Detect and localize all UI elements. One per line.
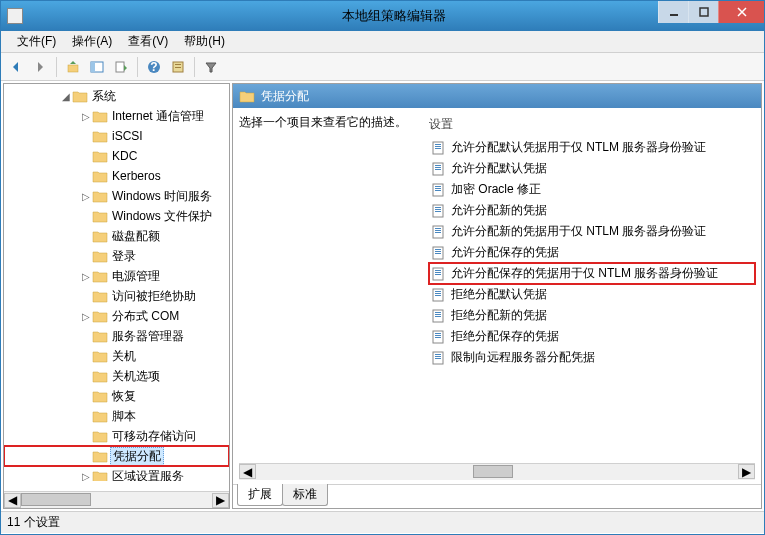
svg-rect-49 (435, 335, 441, 336)
setting-item[interactable]: 允许分配新的凭据用于仅 NTLM 服务器身份验证 (429, 221, 755, 242)
scroll-track[interactable] (256, 464, 738, 480)
setting-item[interactable]: 允许分配默认凭据 (429, 158, 755, 179)
toolbar: ? (1, 53, 764, 81)
expand-icon[interactable]: ▷ (80, 271, 92, 282)
setting-item[interactable]: 允许分配新的凭据 (429, 200, 755, 221)
folder-icon (92, 289, 108, 303)
folder-icon (239, 89, 255, 103)
setting-item[interactable]: 限制向远程服务器分配凭据 (429, 347, 755, 368)
close-button[interactable] (718, 1, 764, 23)
export-list-button[interactable] (110, 56, 132, 78)
tree-item[interactable]: 恢复 (4, 386, 229, 406)
tree-item[interactable]: Windows 文件保护 (4, 206, 229, 226)
scroll-thumb[interactable] (21, 493, 91, 506)
folder-icon (72, 89, 88, 103)
expand-icon[interactable]: ▷ (80, 471, 92, 482)
svg-rect-52 (435, 354, 441, 355)
tree-item-label: 凭据分配 (110, 447, 164, 466)
collapse-icon[interactable]: ◢ (60, 91, 72, 102)
menu-file[interactable]: 文件(F) (9, 31, 64, 52)
setting-label: 拒绝分配新的凭据 (451, 307, 547, 324)
scroll-right-icon[interactable]: ▶ (738, 464, 755, 479)
svg-rect-28 (435, 228, 441, 229)
tree-item[interactable]: ▷分布式 COM (4, 306, 229, 326)
tree-item[interactable]: ▷Internet 通信管理 (4, 106, 229, 126)
folder-icon (92, 349, 108, 363)
svg-rect-2 (68, 65, 78, 72)
setting-label: 允许分配默认凭据 (451, 160, 547, 177)
tree-item[interactable]: 磁盘配额 (4, 226, 229, 246)
up-button[interactable] (62, 56, 84, 78)
menu-help[interactable]: 帮助(H) (176, 31, 233, 52)
setting-item[interactable]: 允许分配默认凭据用于仅 NTLM 服务器身份验证 (429, 137, 755, 158)
tree-item-label: 可移动存储访问 (110, 428, 198, 445)
policy-icon (431, 350, 447, 366)
setting-label: 加密 Oracle 修正 (451, 181, 541, 198)
list-hscrollbar[interactable]: ◀ ▶ (239, 463, 755, 480)
policy-icon (431, 182, 447, 198)
nav-back-button[interactable] (5, 56, 27, 78)
policy-icon (431, 266, 447, 282)
tree-item-label: Windows 时间服务 (110, 188, 214, 205)
expand-icon[interactable]: ▷ (80, 111, 92, 122)
tree-item[interactable]: 访问被拒绝协助 (4, 286, 229, 306)
tree-item[interactable]: ▷电源管理 (4, 266, 229, 286)
tree-item-label: 脚本 (110, 408, 138, 425)
tree-item-label: 恢复 (110, 388, 138, 405)
tree-item[interactable]: 可移动存储访问 (4, 426, 229, 446)
filter-button[interactable] (200, 56, 222, 78)
menu-view[interactable]: 查看(V) (120, 31, 176, 52)
tree-item[interactable]: KDC (4, 146, 229, 166)
menu-action[interactable]: 操作(A) (64, 31, 120, 52)
setting-item[interactable]: 拒绝分配新的凭据 (429, 305, 755, 326)
svg-rect-12 (435, 144, 441, 145)
scroll-left-icon[interactable]: ◀ (239, 464, 256, 479)
scroll-thumb[interactable] (473, 465, 513, 478)
tree-item[interactable]: 关机 (4, 346, 229, 366)
tree-item[interactable]: Kerberos (4, 166, 229, 186)
scroll-left-icon[interactable]: ◀ (4, 493, 21, 508)
setting-item[interactable]: 拒绝分配默认凭据 (429, 284, 755, 305)
folder-icon (92, 189, 108, 203)
properties-button[interactable] (167, 56, 189, 78)
folder-icon (92, 449, 108, 463)
tree-item[interactable]: iSCSI (4, 126, 229, 146)
tree-item[interactable]: 服务器管理器 (4, 326, 229, 346)
tree-item[interactable]: 凭据分配 (4, 446, 229, 466)
scroll-right-icon[interactable]: ▶ (212, 493, 229, 508)
tab-extended[interactable]: 扩展 (237, 484, 283, 506)
setting-item[interactable]: 加密 Oracle 修正 (429, 179, 755, 200)
help-button[interactable]: ? (143, 56, 165, 78)
setting-item[interactable]: 拒绝分配保存的凭据 (429, 326, 755, 347)
setting-item[interactable]: 允许分配保存的凭据 (429, 242, 755, 263)
show-hide-tree-button[interactable] (86, 56, 108, 78)
minimize-button[interactable] (658, 1, 688, 23)
tree-hscrollbar[interactable]: ◀ ▶ (4, 491, 229, 508)
svg-rect-16 (435, 165, 441, 166)
svg-rect-53 (435, 356, 441, 357)
tree-root-system[interactable]: ◢ 系统 (4, 86, 229, 106)
svg-rect-38 (435, 274, 441, 275)
tree-item-label: 磁盘配额 (110, 228, 162, 245)
folder-icon (92, 329, 108, 343)
tree[interactable]: ◢ 系统 ▷Internet 通信管理iSCSIKDCKerberos▷Wind… (4, 84, 229, 481)
tree-item[interactable]: 脚本 (4, 406, 229, 426)
folder-icon (92, 249, 108, 263)
svg-rect-29 (435, 230, 441, 231)
tree-item[interactable]: 登录 (4, 246, 229, 266)
folder-icon (92, 229, 108, 243)
nav-forward-button[interactable] (29, 56, 51, 78)
scroll-track[interactable] (21, 493, 212, 508)
expand-icon[interactable]: ▷ (80, 311, 92, 322)
maximize-button[interactable] (688, 1, 718, 23)
tree-item-label: 访问被拒绝协助 (110, 288, 198, 305)
column-header-setting[interactable]: 设置 (429, 114, 755, 137)
tree-item[interactable]: 关机选项 (4, 366, 229, 386)
svg-rect-25 (435, 209, 441, 210)
tree-item[interactable]: ▷Windows 时间服务 (4, 186, 229, 206)
settings-list: 设置 允许分配默认凭据用于仅 NTLM 服务器身份验证允许分配默认凭据加密 Or… (429, 114, 755, 502)
expand-icon[interactable]: ▷ (80, 191, 92, 202)
setting-item[interactable]: 允许分配保存的凭据用于仅 NTLM 服务器身份验证 (429, 263, 755, 284)
tree-item[interactable]: ▷区域设置服务 (4, 466, 229, 481)
tab-standard[interactable]: 标准 (282, 484, 328, 506)
